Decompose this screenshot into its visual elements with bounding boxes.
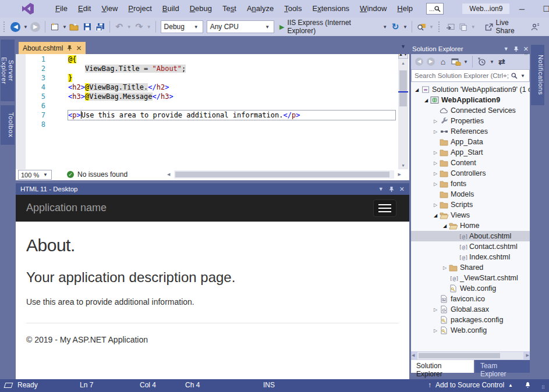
pin-icon[interactable] xyxy=(513,46,519,52)
tree-item-contact-cshtml[interactable]: [@]Contact.cshtml xyxy=(411,241,530,252)
menu-debug[interactable]: Debug xyxy=(185,0,217,17)
tree-item-web-config[interactable]: Web.config xyxy=(411,283,530,294)
code-line-1[interactable]: @{ xyxy=(68,55,395,64)
pane-menu-dropdown-icon[interactable]: ▼ xyxy=(504,46,509,52)
expand-icon[interactable]: ▷ xyxy=(432,161,439,166)
expand-icon[interactable]: ▷ xyxy=(432,328,439,333)
scrollbar-thumb[interactable] xyxy=(419,353,500,358)
solution-explorer-titlebar[interactable]: Solution Explorer ▼ ✕ xyxy=(411,44,530,54)
scroll-right-icon[interactable]: ▶ xyxy=(398,172,401,177)
menu-build[interactable]: Build xyxy=(157,0,185,17)
tree-item-app-start[interactable]: ▷App_Start xyxy=(411,147,530,158)
redo-dropdown-icon[interactable]: ▼ xyxy=(147,24,151,30)
find-options-dropdown-icon[interactable]: ▼ xyxy=(429,24,434,30)
notifications-bell-icon[interactable] xyxy=(524,382,532,389)
tree-item-shared[interactable]: ▷Shared xyxy=(411,262,530,273)
expand-icon[interactable]: ▷ xyxy=(432,119,439,124)
breakpoint-margin[interactable] xyxy=(16,54,26,169)
save-all-icon[interactable] xyxy=(94,20,106,33)
sidebar-tab-server-explorer[interactable]: Server Explorer xyxy=(1,40,15,101)
menu-window[interactable]: Window xyxy=(355,0,392,17)
menu-analyze[interactable]: Analyze xyxy=(242,0,279,17)
search-options-dropdown-icon[interactable]: ▼ xyxy=(520,73,525,79)
menu-edit[interactable]: Edit xyxy=(73,0,96,17)
solution-configuration-dropdown[interactable]: Debug▼ xyxy=(161,20,203,33)
navigate-back-button[interactable]: ◀ xyxy=(10,20,22,33)
save-icon[interactable] xyxy=(82,20,93,33)
preview-pane-titlebar[interactable]: HTML 11 - Desktop ▼ ✕ xyxy=(16,183,409,195)
document-tab-about-cshtml[interactable]: About.cshtml ✕ xyxy=(19,42,86,54)
tree-item-viewstart-cshtml[interactable]: [@]_ViewStart.cshtml xyxy=(411,273,530,283)
switch-views-dropdown-icon[interactable]: ▼ xyxy=(463,59,468,65)
toolbar-grip-2[interactable] xyxy=(438,22,441,32)
collapse-icon[interactable]: ◢ xyxy=(441,223,448,229)
redo-icon[interactable]: ↷ xyxy=(133,20,145,33)
new-project-icon[interactable] xyxy=(49,20,61,33)
tab-list-dropdown-icon[interactable]: ▼ xyxy=(401,44,406,49)
tree-item-web-config[interactable]: ▷Web.config xyxy=(411,325,530,336)
tool-tab-solution-explorer[interactable]: Solution Explorer xyxy=(411,360,474,373)
expand-icon[interactable]: ▷ xyxy=(432,181,439,187)
solution-explorer-horizontal-scrollbar[interactable]: ◀ ▶ xyxy=(411,351,530,360)
status-character[interactable]: Ch 4 xyxy=(185,381,200,389)
editor-vertical-scrollbar[interactable]: ▲▼ ▲ ▼ xyxy=(398,54,408,169)
scroll-down-icon[interactable]: ▼ xyxy=(398,163,408,168)
copy-reference-icon[interactable] xyxy=(458,20,469,33)
code-line-8[interactable] xyxy=(68,120,395,129)
tree-item-webapplication9[interactable]: ◢WebApplication9 xyxy=(411,95,530,105)
status-insert-mode[interactable]: INS xyxy=(263,381,275,389)
forward-icon[interactable]: ▶ xyxy=(427,58,435,66)
collapse-icon[interactable]: ◢ xyxy=(432,213,439,218)
navbar-brand[interactable]: Application name xyxy=(26,202,107,214)
scroll-right-icon[interactable]: ▶ xyxy=(526,353,529,358)
sidebar-tab-toolbox[interactable]: Toolbox xyxy=(1,105,15,145)
back-icon[interactable]: ◀ xyxy=(415,58,423,66)
code-line-5[interactable]: <h3>@ViewBag.Message</h3> xyxy=(68,92,395,101)
find-in-files-icon[interactable] xyxy=(416,20,427,33)
code-editor[interactable]: 12345678 @{ ViewBag.Title = "About";}<h2… xyxy=(16,54,409,169)
sidebar-tab-notifications[interactable]: Notifications xyxy=(531,45,544,105)
menu-project[interactable]: Project xyxy=(123,0,157,17)
solution-platform-dropdown[interactable]: Any CPU▼ xyxy=(207,20,274,33)
more-commands-dropdown-icon[interactable]: ▼ xyxy=(471,24,476,30)
toolbar-overflow-icon[interactable]: ’’ xyxy=(525,53,528,59)
refresh-dropdown-icon[interactable]: ▼ xyxy=(403,24,408,30)
undo-dropdown-icon[interactable]: ▼ xyxy=(127,24,132,30)
expand-icon[interactable]: ▷ xyxy=(432,150,439,155)
expand-icon[interactable]: ▷ xyxy=(432,202,439,208)
tree-item-content[interactable]: ▷Content xyxy=(411,158,530,168)
live-share-button[interactable]: Live Share xyxy=(485,20,529,33)
zoom-level-dropdown[interactable]: 100 %▼ xyxy=(18,170,52,180)
maximize-button[interactable]: ☐ xyxy=(534,0,549,17)
new-project-dropdown-icon[interactable]: ▼ xyxy=(62,24,67,30)
code-line-2[interactable]: ViewBag.Title = "About"; xyxy=(68,64,395,73)
expand-icon[interactable]: ▷ xyxy=(432,171,439,176)
close-pane-icon[interactable]: ✕ xyxy=(523,45,529,53)
tree-item-about-cshtml[interactable]: [@]About.cshtml xyxy=(411,231,530,241)
tree-item-connected-services[interactable]: Connected Services xyxy=(411,105,530,116)
scroll-up-icon[interactable]: ▲ xyxy=(398,61,408,65)
open-file-icon[interactable] xyxy=(69,20,80,33)
tool-tab-team-explorer[interactable]: Team Explorer xyxy=(475,360,530,373)
code-line-3[interactable]: } xyxy=(68,73,395,83)
scrollbar-thumb[interactable] xyxy=(399,70,407,106)
refresh-browser-icon[interactable]: ↻ xyxy=(389,20,401,33)
menu-help[interactable]: Help xyxy=(392,0,418,17)
pin-icon[interactable] xyxy=(389,186,394,193)
minimize-button[interactable]: ─ xyxy=(509,0,534,17)
tree-item-app-data[interactable]: App_Data xyxy=(411,137,530,147)
tree-item-controllers[interactable]: ▷Controllers xyxy=(411,168,530,179)
split-editor-handle[interactable]: ▲▼ xyxy=(398,54,408,59)
tree-item-scripts[interactable]: ▷Scripts xyxy=(411,199,530,210)
tree-item-views[interactable]: ◢Views xyxy=(411,210,530,220)
status-line[interactable]: Ln 7 xyxy=(80,381,93,389)
scrollbar-thumb[interactable] xyxy=(175,172,389,177)
navigate-back-dropdown-icon[interactable]: ▼ xyxy=(23,24,28,30)
scroll-left-icon[interactable]: ◀ xyxy=(167,172,170,177)
start-debugging-button[interactable]: ▶ IIS Express (Internet Explorer) ▼ xyxy=(279,20,388,33)
tree-item-models[interactable]: Models xyxy=(411,189,530,199)
close-pane-icon[interactable]: ✕ xyxy=(399,186,405,193)
tree-item-favicon-ico[interactable]: favicon.ico xyxy=(411,294,530,304)
add-to-source-control-button[interactable]: ↑ Add to Source Control ▲ xyxy=(428,381,513,389)
tree-item-solution-webapplication9-1-of[interactable]: ◢∞Solution 'WebApplication9' (1 of xyxy=(411,84,530,95)
